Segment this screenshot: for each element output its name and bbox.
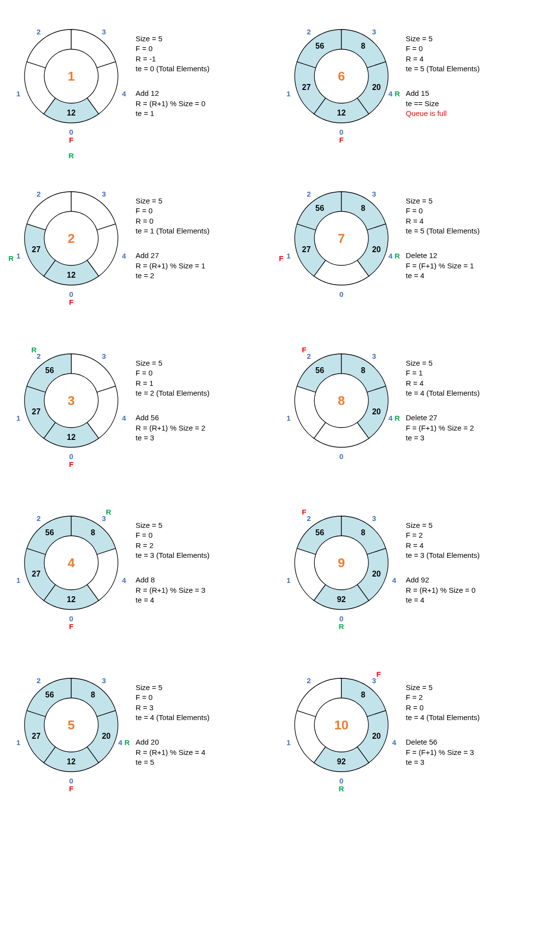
step-info: Size = 5F = 1R = 4te = 4 (Total Elements… bbox=[403, 358, 550, 443]
info-line: Size = 5 bbox=[406, 521, 550, 530]
info-line bbox=[406, 79, 550, 88]
info-line: Delete 27 bbox=[406, 413, 550, 423]
info-line: te = 3 bbox=[406, 757, 550, 767]
info-line: te = 4 (Total Elements) bbox=[406, 388, 550, 398]
info-line bbox=[406, 565, 550, 575]
info-line: Add 56 bbox=[136, 413, 280, 423]
diagram-cell: 4122756801234FRSize = 5F = 0R = 2te = 3 … bbox=[10, 501, 280, 624]
info-line: Add 20 bbox=[136, 737, 280, 747]
diagram-cell: 612275682001234 RFSize = 5F = 0R = 4te =… bbox=[280, 15, 550, 138]
info-line: Add 8 bbox=[136, 575, 280, 585]
info-line: Size = 5 bbox=[406, 358, 550, 368]
queue-ring: 512275682001234 RF bbox=[10, 664, 133, 786]
info-line: Size = 5 bbox=[406, 34, 550, 44]
diagram-row: 312275601234FRSize = 5F = 0R = 1te = 2 (… bbox=[10, 339, 550, 462]
info-line: te = 4 bbox=[406, 271, 550, 281]
info-line: R = 4 bbox=[406, 378, 550, 388]
info-line: Delete 56 bbox=[406, 737, 550, 747]
info-line: Size = 5 bbox=[136, 196, 280, 206]
info-line: Size = 5 bbox=[406, 683, 550, 693]
info-line: te = 2 (Total Elements) bbox=[136, 388, 280, 398]
info-line: F = 0 bbox=[136, 530, 280, 540]
diagram-row: 512275682001234 RFSize = 5F = 0R = 3te =… bbox=[10, 664, 550, 786]
diagram-cell: 9925682001234FRSize = 5F = 2R = 4te = 3 … bbox=[280, 501, 550, 624]
info-line: te = 5 (Total Elements) bbox=[406, 226, 550, 236]
info-line: te = 4 (Total Elements) bbox=[136, 713, 280, 723]
info-line: R = 1 bbox=[136, 378, 280, 388]
info-line: R = -1 bbox=[136, 54, 280, 64]
info-line: R = (R+1) % Size = 1 bbox=[136, 261, 280, 271]
diagram-row: 11201234FRSize = 5F = 0R = -1te = 0 (Tot… bbox=[10, 15, 550, 138]
info-line: F = 0 bbox=[406, 206, 550, 216]
queue-ring: 7275682001234 RF bbox=[280, 177, 403, 300]
info-line: Size = 5 bbox=[136, 683, 280, 693]
info-line: Size = 5 bbox=[136, 34, 280, 44]
queue-ring: 2122701234FR bbox=[10, 177, 133, 300]
info-line: Delete 12 bbox=[406, 251, 550, 260]
step-info: Size = 5F = 0R = -1te = 0 (Total Element… bbox=[133, 34, 280, 118]
info-line: te = 4 bbox=[406, 595, 550, 605]
step-info: Size = 5F = 0R = 0te = 1 (Total Elements… bbox=[133, 196, 280, 281]
diagram-cell: 2122701234FRSize = 5F = 0R = 0te = 1 (To… bbox=[10, 177, 280, 300]
info-line bbox=[406, 403, 550, 413]
queue-ring: 312275601234FR bbox=[10, 339, 133, 462]
info-line: R = 0 bbox=[406, 703, 550, 713]
circular-queue-diagram: 11201234FRSize = 5F = 0R = -1te = 0 (Tot… bbox=[0, 0, 560, 855]
info-line: Size = 5 bbox=[406, 196, 550, 206]
info-line: Queue is full bbox=[406, 109, 550, 118]
info-line bbox=[406, 727, 550, 737]
step-info: Size = 5F = 0R = 4te = 5 (Total Elements… bbox=[403, 34, 550, 118]
info-line: R = (R+1) % Size = 4 bbox=[136, 748, 280, 757]
info-line: F = 0 bbox=[136, 206, 280, 216]
queue-ring: 85682001234 RF bbox=[280, 339, 403, 462]
rear-pointer: R bbox=[69, 151, 74, 160]
info-line: R = (R+1) % Size = 0 bbox=[406, 585, 550, 595]
diagram-cell: 512275682001234 RFSize = 5F = 0R = 3te =… bbox=[10, 664, 280, 786]
info-line: Size = 5 bbox=[136, 521, 280, 530]
info-line: F = (F+1) % Size = 2 bbox=[406, 423, 550, 433]
info-line: F = 2 bbox=[406, 530, 550, 540]
info-line bbox=[136, 241, 280, 251]
diagram-cell: 85682001234 RFSize = 5F = 1R = 4te = 4 (… bbox=[280, 339, 550, 462]
step-info: Size = 5F = 0R = 3te = 4 (Total Elements… bbox=[133, 683, 280, 767]
info-line: Add 92 bbox=[406, 575, 550, 585]
step-info: Size = 5F = 0R = 2te = 3 (Total Elements… bbox=[133, 521, 280, 605]
info-line bbox=[136, 79, 280, 88]
info-line: te = 2 bbox=[136, 271, 280, 281]
info-line: R = (R+1) % Size = 2 bbox=[136, 423, 280, 433]
info-line: F = (F+1) % Size = 1 bbox=[406, 261, 550, 271]
info-line: F = 0 bbox=[136, 368, 280, 378]
info-line: R = 2 bbox=[136, 541, 280, 550]
diagram-row: 4122756801234FRSize = 5F = 0R = 2te = 3 … bbox=[10, 501, 550, 624]
info-line: Add 15 bbox=[406, 88, 550, 98]
diagram-row: 2122701234FRSize = 5F = 0R = 0te = 1 (To… bbox=[10, 177, 550, 300]
diagram-cell: 109282001234FRSize = 5F = 2R = 0te = 4 (… bbox=[280, 664, 550, 786]
queue-ring: 9925682001234FR bbox=[280, 501, 403, 624]
info-line: R = 0 bbox=[136, 216, 280, 226]
info-line: R = (R+1) % Size = 3 bbox=[136, 585, 280, 595]
info-line: R = 4 bbox=[406, 541, 550, 550]
info-line: te = 5 (Total Elements) bbox=[406, 64, 550, 74]
info-line: te = 0 (Total Elements) bbox=[136, 64, 280, 74]
info-line: te == Size bbox=[406, 99, 550, 109]
info-line bbox=[406, 241, 550, 251]
diagram-cell: 312275601234FRSize = 5F = 0R = 1te = 2 (… bbox=[10, 339, 280, 462]
step-info: Size = 5F = 0R = 1te = 2 (Total Elements… bbox=[133, 358, 280, 443]
step-info: Size = 5F = 0R = 4te = 5 (Total Elements… bbox=[403, 196, 550, 281]
info-line: te = 3 (Total Elements) bbox=[136, 550, 280, 560]
diagram-cell: 11201234FRSize = 5F = 0R = -1te = 0 (Tot… bbox=[10, 15, 280, 138]
info-line: R = 3 bbox=[136, 703, 280, 713]
info-line bbox=[136, 727, 280, 737]
info-line: R = 4 bbox=[406, 54, 550, 64]
info-line: te = 5 bbox=[136, 757, 280, 767]
info-line: te = 1 (Total Elements) bbox=[136, 226, 280, 236]
queue-ring: 11201234FR bbox=[10, 15, 133, 138]
info-line: F = 0 bbox=[406, 44, 550, 54]
queue-ring: 109282001234FR bbox=[280, 664, 403, 786]
queue-ring: 4122756801234FR bbox=[10, 501, 133, 624]
queue-ring: 612275682001234 RF bbox=[280, 15, 403, 138]
step-info: Size = 5F = 2R = 4te = 3 (Total Elements… bbox=[403, 521, 550, 605]
info-line: F = 1 bbox=[406, 368, 550, 378]
info-line: R = 4 bbox=[406, 216, 550, 226]
info-line: R = (R+1) % Size = 0 bbox=[136, 99, 280, 109]
